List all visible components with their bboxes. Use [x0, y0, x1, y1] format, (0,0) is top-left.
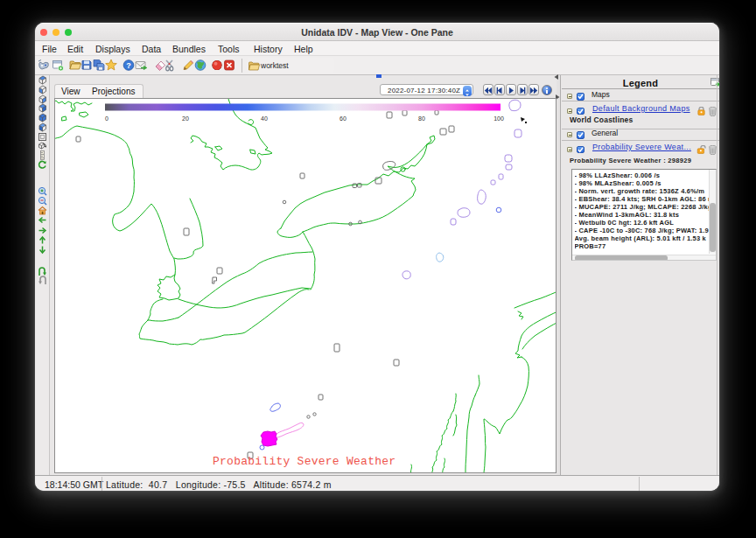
- svg-text:Probability Severe Weather: Probability Severe Weather: [213, 455, 396, 468]
- svg-text:100: 100: [494, 115, 504, 122]
- svg-text:20: 20: [182, 115, 189, 122]
- svg-text:0: 0: [105, 115, 108, 122]
- svg-text:?: ?: [127, 61, 132, 70]
- svg-text:80: 80: [418, 115, 425, 122]
- svg-text:60: 60: [340, 115, 346, 122]
- svg-text:40: 40: [261, 115, 268, 122]
